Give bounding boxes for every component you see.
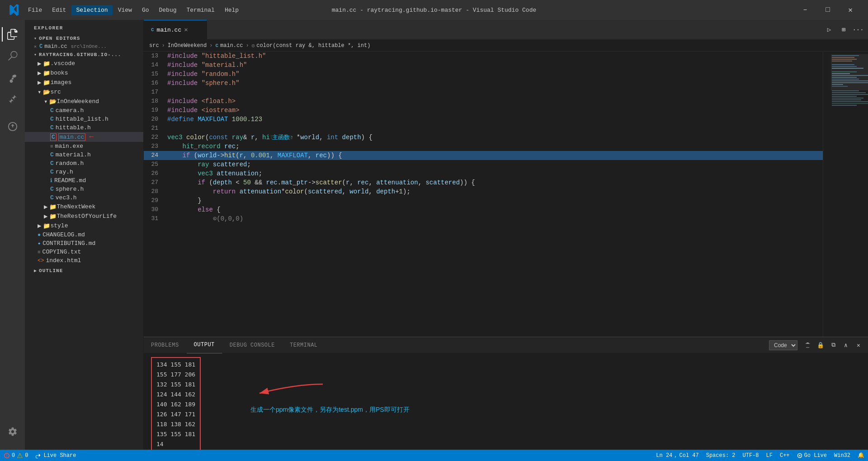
tree-item-changelog[interactable]: ● CHANGELOG.md bbox=[25, 230, 143, 239]
panel-close-button[interactable]: ✕ bbox=[853, 339, 864, 351]
svg-rect-21 bbox=[832, 98, 863, 99]
menu-bar: File Edit Selection View Go Debug Termin… bbox=[24, 5, 243, 15]
output-source-dropdown[interactable]: Code bbox=[769, 340, 797, 350]
menu-edit[interactable]: Edit bbox=[47, 5, 71, 15]
tree-item-materialh[interactable]: C material.h bbox=[25, 151, 143, 159]
status-bar: 0 0 Live Share Ln 24 , Col 47 Spaces: 2 … bbox=[0, 450, 868, 461]
tab-maincc[interactable]: C main.cc ✕ bbox=[144, 20, 207, 40]
breadcrumb-inoneweekend[interactable]: InOneWeekend bbox=[168, 42, 207, 49]
menu-selection[interactable]: Selection bbox=[71, 5, 112, 15]
status-encoding[interactable]: UTF-8 bbox=[739, 452, 763, 459]
panel-tab-debug[interactable]: DEBUG CONSOLE bbox=[222, 337, 283, 353]
status-language[interactable]: C++ bbox=[776, 452, 793, 459]
project-header[interactable]: ▾ RAYTRACING.GITHUB.IO-... bbox=[25, 51, 143, 59]
tree-label: ray.h bbox=[56, 169, 73, 175]
remote-icon bbox=[8, 122, 18, 132]
tree-item-style[interactable]: ▶ 📁 style bbox=[25, 221, 143, 230]
tree-item-therestofyourlife[interactable]: ▶ 📁 TheRestOfYourLife bbox=[25, 212, 143, 221]
close-editor-icon[interactable]: ✕ bbox=[34, 44, 37, 49]
code-editor[interactable]: 13 #include "hittable_list.h" 14 #includ… bbox=[144, 52, 823, 337]
status-platform[interactable]: Win32 bbox=[830, 452, 854, 459]
open-editors-header[interactable]: ▾ OPEN EDITORS bbox=[25, 34, 143, 42]
activity-explorer[interactable] bbox=[2, 24, 24, 45]
close-button[interactable]: ✕ bbox=[840, 3, 861, 17]
menu-debug[interactable]: Debug bbox=[154, 5, 181, 15]
panel-clear-button[interactable] bbox=[802, 339, 814, 351]
more-actions-button[interactable]: ··· bbox=[852, 24, 864, 36]
folder-icon: 📁 bbox=[43, 60, 50, 67]
menu-help[interactable]: Help bbox=[220, 5, 243, 15]
tab-actions: ▷ ⊞ ··· bbox=[823, 24, 868, 36]
tree-item-vec3h[interactable]: C vec3.h bbox=[25, 193, 143, 202]
menu-view[interactable]: View bbox=[113, 5, 137, 15]
folder-arrow-icon: ▶ bbox=[38, 222, 41, 230]
status-line-col[interactable]: Ln 24 , Col 47 bbox=[652, 452, 702, 459]
folder-open-arrow-icon: ▾ bbox=[44, 98, 47, 105]
code-line-23: 23 hit_record rec; bbox=[144, 142, 823, 151]
run-button[interactable]: ▷ bbox=[823, 24, 835, 36]
breadcrumb-src[interactable]: src bbox=[149, 42, 159, 49]
status-liveshare[interactable]: Live Share bbox=[32, 450, 80, 461]
folder-icon: 📁 bbox=[43, 222, 50, 230]
breadcrumb-maincc[interactable]: C main.cc bbox=[215, 42, 243, 49]
activity-source-control[interactable] bbox=[2, 67, 24, 89]
maximize-button[interactable]: □ bbox=[817, 3, 838, 17]
tree-item-inoneweekend[interactable]: ▾ 📂 InOneWeekend bbox=[25, 97, 143, 106]
tree-label: index.html bbox=[46, 257, 81, 264]
menu-go[interactable]: Go bbox=[137, 5, 154, 15]
tree-item-randomh[interactable]: C random.h bbox=[25, 159, 143, 168]
minimap[interactable] bbox=[823, 52, 868, 337]
tree-item-src[interactable]: ▾ 📂 src bbox=[25, 87, 143, 97]
sidebar-content: ▾ OPEN EDITORS ✕ C main.cc src\InOne... … bbox=[25, 34, 143, 450]
panel-content[interactable]: 134 155 181 155 177 206 132 155 181 124 … bbox=[144, 353, 868, 450]
tab-file-icon: C bbox=[151, 27, 154, 33]
activity-settings[interactable] bbox=[2, 421, 24, 442]
tree-item-vscode[interactable]: ▶ 📁 .vscode bbox=[25, 59, 143, 68]
tree-item-hittablelisth[interactable]: C hittable_list.h bbox=[25, 115, 143, 123]
tree-item-maincc[interactable]: C main.cc ← bbox=[25, 132, 143, 142]
output-line-5: 140 162 189 bbox=[156, 400, 195, 409]
tree-item-indexhtml[interactable]: <> index.html bbox=[25, 256, 143, 265]
tree-item-mainexe[interactable]: ≡ main.exe bbox=[25, 142, 143, 151]
minimize-button[interactable]: – bbox=[795, 3, 816, 17]
activity-extensions[interactable] bbox=[2, 89, 24, 110]
menu-file[interactable]: File bbox=[24, 5, 47, 15]
panel-tab-terminal[interactable]: TERMINAL bbox=[283, 337, 326, 353]
status-errors[interactable]: 0 0 bbox=[0, 450, 32, 461]
tree-item-images[interactable]: ▶ 📁 images bbox=[25, 78, 143, 87]
tree-item-readmemd[interactable]: ℹ README.md bbox=[25, 176, 143, 185]
titlebar-controls: – □ ✕ bbox=[795, 3, 861, 17]
menu-terminal[interactable]: Terminal bbox=[182, 5, 219, 15]
outline-header[interactable]: ▶ OUTLINE bbox=[25, 267, 143, 275]
status-bell[interactable]: 🔔 bbox=[854, 452, 868, 459]
tree-item-sphereh[interactable]: C sphere.h bbox=[25, 185, 143, 193]
tree-item-contributing[interactable]: ✦ CONTRIBUTING.md bbox=[25, 239, 143, 248]
panel-copy-button[interactable]: ⧉ bbox=[827, 339, 839, 351]
split-editor-button[interactable]: ⊞ bbox=[837, 24, 850, 36]
output-line-4: 124 144 162 bbox=[156, 390, 195, 400]
status-spaces[interactable]: Spaces: 2 bbox=[703, 452, 739, 459]
tab-close-icon[interactable]: ✕ bbox=[184, 27, 188, 33]
tree-item-rayh[interactable]: C ray.h bbox=[25, 168, 143, 176]
panel-up-button[interactable]: ∧ bbox=[840, 339, 852, 351]
activity-remote[interactable] bbox=[2, 116, 24, 137]
c-icon-highlighted: C bbox=[50, 133, 57, 141]
tree-item-thenextweek[interactable]: ▶ 📁 TheNextWeek bbox=[25, 202, 143, 212]
tree-item-books[interactable]: ▶ 📁 books bbox=[25, 68, 143, 78]
panel-tab-problems[interactable]: PROBLEMS bbox=[144, 337, 187, 353]
tree-label: CHANGELOG.md bbox=[42, 231, 85, 238]
panel-lock-button[interactable]: 🔒 bbox=[815, 339, 826, 351]
code-line-24: 24 if (world->hit(r, 0.001, MAXFLOAT, re… bbox=[144, 151, 823, 160]
panel-tab-output[interactable]: OUTPUT bbox=[187, 337, 222, 353]
status-go-live[interactable]: Go Live bbox=[793, 452, 830, 459]
folder-open-icon: 📂 bbox=[49, 98, 57, 105]
tree-item-hittableh[interactable]: C hittable.h bbox=[25, 123, 143, 132]
open-editor-maincc[interactable]: ✕ C main.cc src\InOne... bbox=[25, 42, 143, 51]
breadcrumb-function[interactable]: ◎ color(const ray &, hittable *, int) bbox=[252, 42, 371, 49]
tree-item-camerah[interactable]: C camera.h bbox=[25, 106, 143, 115]
txt-icon: ≡ bbox=[38, 249, 41, 255]
tree-item-copying[interactable]: ≡ COPYING.txt bbox=[25, 248, 143, 256]
status-eol[interactable]: LF bbox=[763, 452, 776, 459]
activity-search[interactable] bbox=[2, 45, 24, 67]
output-line-7: 118 138 162 bbox=[156, 419, 195, 429]
